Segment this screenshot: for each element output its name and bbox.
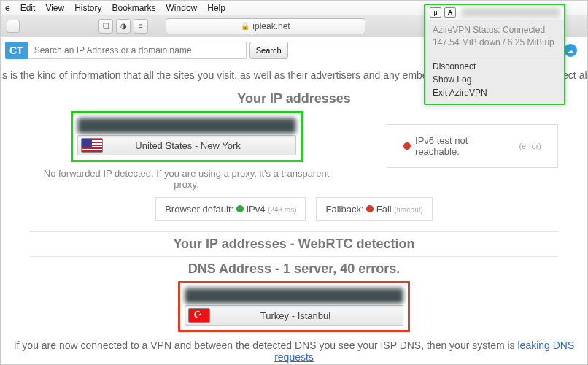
separator-2 <box>30 256 558 257</box>
reader-icon[interactable]: ❏ <box>98 19 113 34</box>
ipv6-error-suffix: (error) <box>519 142 541 150</box>
menu-bookmarks[interactable]: Bookmarks <box>112 3 156 13</box>
popup-tray-row: μ A <box>425 5 564 20</box>
tray-blur <box>462 8 560 17</box>
ip-location-text: United States - New York <box>109 140 295 151</box>
vpn-menu-exit[interactable]: Exit AzireVPN <box>433 86 557 99</box>
brand-badge: CT <box>5 42 28 59</box>
tray-icon-2[interactable]: A <box>444 7 456 18</box>
search-button[interactable]: Search <box>249 42 288 59</box>
shield-icon[interactable]: ◑ <box>116 19 131 34</box>
ipv6-status-text: IPv6 test not reachable. <box>415 135 514 157</box>
vpn-status-popup: μ A AzireVPN Status: Connected 147.54 Mi… <box>424 4 565 105</box>
footer-text: If you are now connected to a VPN and be… <box>1 332 587 365</box>
tab-button[interactable] <box>7 20 20 33</box>
search-input[interactable] <box>28 42 247 59</box>
separator-1 <box>30 231 558 232</box>
browser-default-time: (243 ms) <box>268 206 296 214</box>
status-dot-red-icon <box>403 142 411 150</box>
flag-us-icon <box>81 138 103 153</box>
fallback-value: Fail <box>376 204 392 215</box>
dns-location-text: Turkey - Istanbul <box>216 310 403 321</box>
lock-icon: 🔒 <box>241 22 249 30</box>
popup-divider <box>425 55 564 55</box>
no-forward-text: No forwarded IP detected. If you are usi… <box>30 168 343 190</box>
ip-address-value <box>77 118 296 134</box>
fallback-label: Fallback: <box>325 204 363 215</box>
vpn-menu-showlog[interactable]: Show Log <box>433 73 557 86</box>
url-host-text: ipleak.net <box>252 21 290 31</box>
menu-apple[interactable]: e <box>5 3 10 13</box>
menu-icon[interactable]: ≡ <box>134 19 148 34</box>
vpn-status-line2: 147.54 MiB down / 6.25 MiB up <box>433 36 557 49</box>
browser-default-label: Browser default: <box>165 204 233 215</box>
menu-view[interactable]: View <box>45 3 64 13</box>
ip-row: United States - New York No forwarded IP… <box>30 111 558 190</box>
ip-location-row: United States - New York <box>77 135 296 155</box>
status-dot-red2-icon <box>366 205 374 212</box>
cloud-icon: ☁ <box>564 44 577 57</box>
menu-help[interactable]: Help <box>207 3 225 13</box>
menu-history[interactable]: History <box>74 3 101 13</box>
ipv6-status-box: IPv6 test not reachable. (error) <box>387 124 558 168</box>
menu-window[interactable]: Window <box>166 3 198 13</box>
section-dns-title: DNS Address - 1 server, 40 errors. <box>1 261 587 277</box>
dns-location-row: Turkey - Istanbul <box>185 305 403 326</box>
section-webrtc-title: Your IP addresses - WebRTC detection <box>1 237 587 252</box>
vpn-status-line1: AzireVPN Status: Connected <box>433 24 557 36</box>
fallback-time: (timeout) <box>394 206 422 214</box>
menu-edit[interactable]: Edit <box>20 3 36 13</box>
dns-address-block: Turkey - Istanbul <box>178 281 410 332</box>
browser-default-pill: Browser default: IPv4 (243 ms) <box>155 197 306 221</box>
status-dot-green-icon <box>236 205 244 212</box>
browser-default-value: IPv4 <box>246 204 265 215</box>
url-bar[interactable]: 🔒 ipleak.net <box>166 18 365 34</box>
vpn-menu-disconnect[interactable]: Disconnect <box>433 60 557 73</box>
ip-address-block: United States - New York <box>71 111 303 162</box>
flag-tr-icon <box>188 308 210 323</box>
vpn-status-text: AzireVPN Status: Connected 147.54 MiB do… <box>425 20 564 53</box>
status-row: Browser default: IPv4 (243 ms) Fallback:… <box>1 197 587 221</box>
tray-icon-1[interactable]: μ <box>430 7 441 18</box>
fallback-pill: Fallback: Fail (timeout) <box>316 197 432 221</box>
footer-pre: If you are now connected to a VPN and be… <box>14 339 518 351</box>
dns-address-value <box>185 288 403 304</box>
